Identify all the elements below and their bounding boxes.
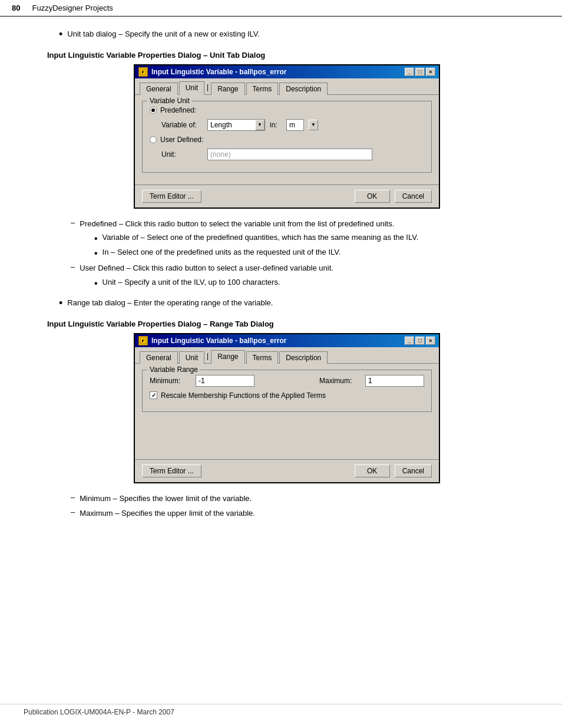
dash-3-0: – (71, 493, 75, 502)
titlebar-buttons: _ □ × (405, 68, 435, 76)
tab2-range[interactable]: Range (211, 350, 244, 364)
tab2-general[interactable]: General (140, 351, 178, 364)
rescale-row: ✓ Rescale Membership Functions of the Ap… (150, 391, 424, 400)
maximum-input[interactable]: 1 (365, 375, 424, 387)
user-defined-row: User Defined: (150, 136, 424, 144)
desc3-text-1: Maximum – Specifies the upper limit of t… (80, 508, 255, 519)
page-footer: Publication LOGIX-UM004A-EN-P - March 20… (0, 704, 562, 716)
bullet-range: • (59, 297, 62, 310)
dialog1-tabs: General Unit | Range Terms Description (135, 78, 439, 95)
variable-of-select[interactable]: Length ▼ (207, 119, 265, 131)
tab-range[interactable]: Range (211, 83, 244, 95)
maximize-button-2[interactable]: □ (415, 337, 425, 345)
dash-3-1: – (71, 508, 75, 516)
sub-text-2: In – Select one of the predefined units … (103, 248, 341, 256)
groupbox2-title: Variable Range (147, 365, 200, 374)
minimize-button[interactable]: _ (405, 68, 414, 76)
ok-button-1[interactable]: OK (355, 190, 390, 203)
in-label: in: (270, 121, 282, 129)
tab2-unit[interactable]: Unit (179, 351, 204, 364)
tab-general[interactable]: General (140, 83, 178, 95)
sub-text-1: Variable of – Select one of the predefin… (103, 233, 419, 242)
variable-of-arrow[interactable]: ▼ (255, 120, 265, 130)
unit-row: Unit: (none) (161, 149, 424, 160)
desc3-text-0: Minimum – Specifies the lower limit of t… (80, 493, 252, 505)
intro-text: Unit tab dialog – Specify the unit of a … (67, 28, 260, 40)
dash-0: – (71, 218, 75, 227)
tab-description[interactable]: Description (279, 83, 328, 95)
titlebar2-icon: F (138, 336, 148, 345)
bullet-sub-2: • (94, 248, 98, 259)
dash-1: – (71, 262, 75, 271)
bullet-point: • (59, 28, 62, 41)
dialog1-window: F Input Linguistic Variable - ball\pos_e… (134, 64, 440, 209)
sub-bullet-1: • Variable of – Select one of the predef… (94, 233, 527, 244)
user-defined-radio[interactable] (150, 136, 157, 143)
tab2-terms[interactable]: Terms (246, 351, 279, 364)
desc1-item-0: – Predefined – Click this radio button t… (71, 218, 527, 230)
desc1-text-0: Predefined – Click this radio button to … (80, 218, 394, 230)
sub-bullet-2: • In – Select one of the predefined unit… (94, 248, 527, 259)
page-number: 80 (12, 4, 20, 12)
user-defined-label: User Defined: (160, 136, 203, 144)
variable-range-group: Variable Range Minimum: -1 Maximum: 1 ✓ … (142, 370, 432, 412)
predefined-label: Predefined: (160, 106, 196, 114)
dialog2-label: Input Linguistic Variable Properties Dia… (47, 319, 527, 328)
bullet-sub-1: • (94, 233, 98, 244)
tab2-description[interactable]: Description (279, 351, 328, 364)
tab-unit[interactable]: Unit (179, 81, 204, 95)
dialog1-footer: Term Editor ... OK Cancel (135, 185, 439, 207)
minimum-input[interactable]: -1 (196, 375, 254, 387)
titlebar-icon: F (138, 67, 148, 77)
dialog2-body: Variable Range Minimum: -1 Maximum: 1 ✓ … (135, 364, 439, 459)
term-editor-button-2[interactable]: Term Editor ... (142, 465, 201, 477)
dialog2-window: F Input Linguistic Variable - ball\pos_e… (134, 333, 440, 483)
footer-left: Publication LOGIX-UM004A-EN-P - March 20… (24, 708, 174, 716)
dialog2-titlebar: F Input Linguistic Variable - ball\pos_e… (135, 334, 439, 347)
predefined-radio[interactable] (150, 107, 157, 114)
dialog2-tabs: General Unit | Range Terms Description (135, 347, 439, 364)
intro-bullet: • Unit tab dialog – Specify the unit of … (59, 28, 527, 41)
min-max-row: Minimum: -1 Maximum: 1 (150, 375, 424, 387)
svg-text:F: F (142, 338, 145, 344)
cancel-button-1[interactable]: Cancel (395, 190, 432, 203)
close-button[interactable]: × (426, 68, 435, 76)
unit-input[interactable]: (none) (207, 149, 372, 160)
in-arrow[interactable]: ▼ (309, 120, 318, 130)
rescale-checkbox[interactable]: ✓ (150, 391, 157, 399)
desc3-item-0: – Minimum – Specifies the lower limit of… (71, 493, 527, 505)
cancel-button-2[interactable]: Cancel (395, 465, 432, 477)
range-bullet: • Range tab dialog – Enter the operating… (59, 297, 527, 310)
variable-of-row: Variable of: Length ▼ in: m ▼ (161, 119, 424, 131)
unit-label: Unit: (161, 150, 203, 159)
dialog2-title: Input Linguistic Variable - ball\pos_err… (151, 337, 286, 345)
in-input[interactable]: m (286, 119, 304, 131)
bullet-sub-3: • (94, 278, 98, 289)
chapter-title: FuzzyDesigner Projects (32, 4, 113, 12)
titlebar-left: F Input Linguistic Variable - ball\pos_e… (138, 67, 286, 77)
range-text: Range tab dialog – Enter the operating r… (67, 297, 273, 309)
desc2-text-0: User Defined – Click this radio button t… (80, 262, 333, 274)
predefined-row: Predefined: (150, 106, 424, 114)
dialog1-label: Input Linguistic Variable Properties Dia… (47, 51, 527, 60)
rescale-label: Rescale Membership Functions of the Appl… (161, 391, 326, 400)
minimize-button-2[interactable]: _ (405, 337, 414, 345)
tab-terms[interactable]: Terms (246, 83, 279, 95)
dialog1-titlebar: F Input Linguistic Variable - ball\pos_e… (135, 65, 439, 78)
dialog1-body: Variable Unit Predefined: Variable of: L… (135, 95, 439, 185)
close-button-2[interactable]: × (426, 337, 435, 345)
dialog2-footer: Term Editor ... OK Cancel (135, 459, 439, 482)
variable-unit-group: Variable Unit Predefined: Variable of: L… (142, 101, 432, 173)
ok-button-2[interactable]: OK (355, 465, 390, 477)
dialog1-title: Input Linguistic Variable - ball\pos_err… (151, 68, 286, 76)
groupbox1-title: Variable Unit (147, 97, 192, 105)
term-editor-button-1[interactable]: Term Editor ... (142, 190, 201, 203)
variable-of-value: Length (208, 120, 255, 130)
titlebar2-buttons: _ □ × (405, 337, 435, 345)
svg-text:F: F (142, 70, 145, 75)
header-bar: 80 FuzzyDesigner Projects (0, 0, 562, 17)
sub-bullet-3: • Unit – Specify a unit of the ILV, up t… (94, 278, 527, 289)
maximize-button[interactable]: □ (415, 68, 425, 76)
desc3-item-1: – Maximum – Specifies the upper limit of… (71, 508, 527, 519)
sub-text-3: Unit – Specify a unit of the ILV, up to … (103, 278, 280, 286)
